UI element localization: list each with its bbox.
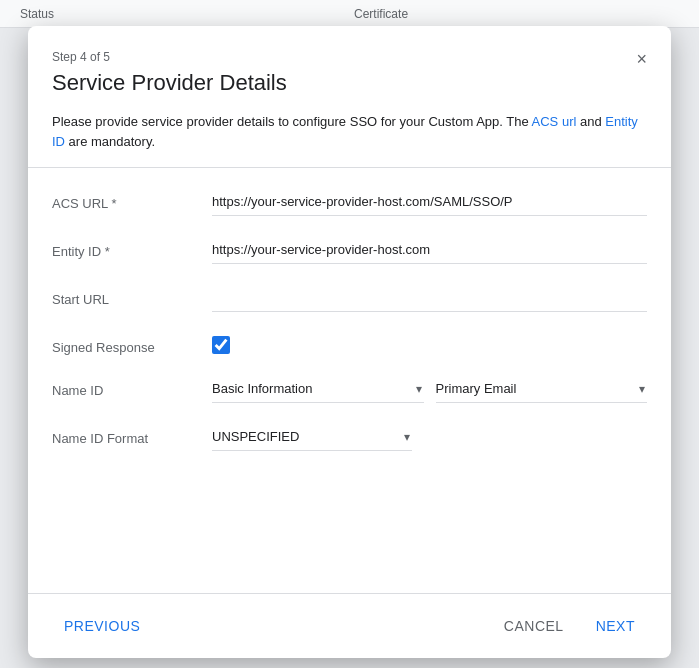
- modal-footer: PREVIOUS CANCEL NEXT: [28, 593, 671, 658]
- backdrop: Status Certificate Step 4 of 5 Service P…: [0, 0, 699, 668]
- acs-url-input[interactable]: [212, 188, 647, 216]
- name-id-dropdowns: Basic Information Custom Attributes ▾ Pr…: [212, 375, 647, 403]
- acs-url-row: ACS URL *: [52, 188, 647, 216]
- name-id-format-label: Name ID Format: [52, 423, 212, 446]
- start-url-row: Start URL: [52, 284, 647, 312]
- background-table-header: Status Certificate: [0, 0, 699, 28]
- acs-url-link[interactable]: ACS url: [532, 114, 577, 129]
- previous-button[interactable]: PREVIOUS: [52, 610, 152, 642]
- name-id-row: Name ID Basic Information Custom Attribu…: [52, 375, 647, 403]
- modal-header: Step 4 of 5 Service Provider Details ×: [28, 26, 671, 112]
- modal-body: ACS URL * Entity ID * Start URL: [28, 168, 671, 593]
- entity-id-input[interactable]: [212, 236, 647, 264]
- start-url-label: Start URL: [52, 284, 212, 307]
- signed-response-label: Signed Response: [52, 332, 212, 355]
- status-column-header: Status: [20, 7, 54, 21]
- entity-id-row: Entity ID *: [52, 236, 647, 264]
- name-id-format-control: UNSPECIFIED EMAIL PERSISTENT TRANSIENT ▾: [212, 423, 647, 451]
- cancel-button[interactable]: CANCEL: [492, 610, 576, 642]
- name-id-format-dropdown[interactable]: UNSPECIFIED EMAIL PERSISTENT TRANSIENT: [212, 423, 412, 451]
- certificate-column-header: Certificate: [354, 7, 408, 21]
- entity-id-control: [212, 236, 647, 264]
- signed-response-checkbox[interactable]: [212, 336, 230, 354]
- entity-id-label: Entity ID *: [52, 236, 212, 259]
- modal-title: Service Provider Details: [52, 70, 647, 96]
- acs-url-label: ACS URL *: [52, 188, 212, 211]
- name-id-dropdown2[interactable]: Primary Email Secondary Email: [436, 375, 648, 403]
- modal-dialog: Step 4 of 5 Service Provider Details × P…: [28, 26, 671, 658]
- signed-response-control: [212, 332, 647, 354]
- close-button[interactable]: ×: [632, 46, 651, 72]
- close-icon: ×: [636, 49, 647, 69]
- name-id-dropdown2-wrapper: Primary Email Secondary Email ▾: [436, 375, 648, 403]
- acs-url-control: [212, 188, 647, 216]
- name-id-dropdown1-wrapper: Basic Information Custom Attributes ▾: [212, 375, 424, 403]
- start-url-input[interactable]: [212, 284, 647, 312]
- start-url-control: [212, 284, 647, 312]
- step-label: Step 4 of 5: [52, 50, 647, 64]
- footer-right-actions: CANCEL NEXT: [492, 610, 647, 642]
- name-id-format-row: Name ID Format UNSPECIFIED EMAIL PERSIST…: [52, 423, 647, 451]
- next-button[interactable]: NEXT: [584, 610, 647, 642]
- modal-description: Please provide service provider details …: [28, 112, 671, 167]
- name-id-dropdown1[interactable]: Basic Information Custom Attributes: [212, 375, 424, 403]
- name-id-format-dropdown-wrapper: UNSPECIFIED EMAIL PERSISTENT TRANSIENT ▾: [212, 423, 412, 451]
- signed-response-row: Signed Response: [52, 332, 647, 355]
- name-id-label: Name ID: [52, 375, 212, 398]
